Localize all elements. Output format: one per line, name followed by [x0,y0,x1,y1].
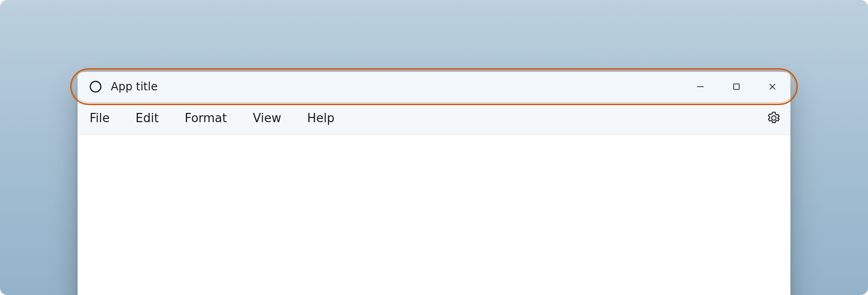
close-button[interactable] [754,72,790,101]
close-icon [768,83,777,91]
menu-item-file[interactable]: File [89,109,111,127]
title-bar-drag-region[interactable] [157,72,682,101]
gear-icon [767,111,781,125]
content-area [78,135,790,295]
title-bar[interactable]: App title [78,72,790,101]
caption-buttons [682,72,790,101]
app-title: App title [111,80,157,93]
minimize-icon [696,83,705,91]
menu-bar: File Edit Format View Help [78,101,790,135]
settings-button[interactable] [765,109,783,127]
app-icon [89,80,102,94]
desktop-background: App title [0,0,868,295]
app-window: App title [78,72,790,295]
minimize-button[interactable] [682,72,718,101]
maximize-button[interactable] [718,72,754,101]
maximize-icon [732,83,741,91]
menu-item-help[interactable]: Help [306,109,335,127]
svg-rect-2 [734,84,739,89]
menu-item-edit[interactable]: Edit [135,109,160,127]
svg-point-0 [90,82,101,92]
menu-item-view[interactable]: View [252,109,283,127]
menu-item-format[interactable]: Format [184,109,228,127]
